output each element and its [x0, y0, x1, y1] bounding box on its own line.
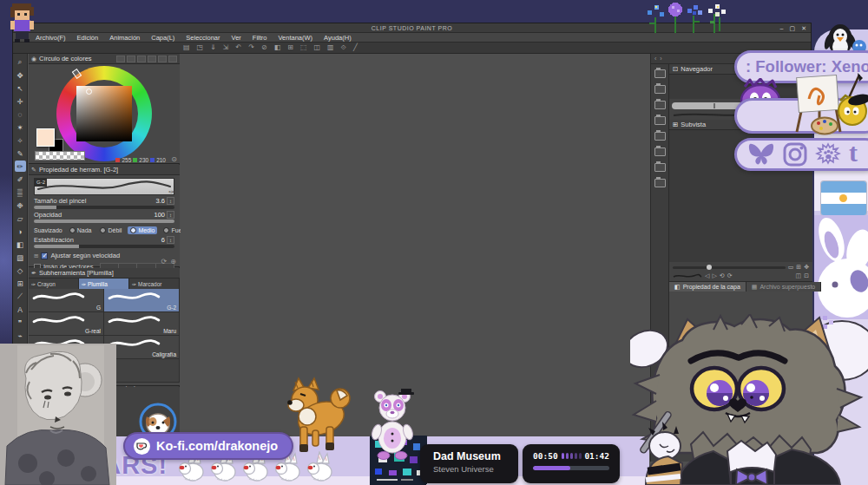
scroll-left-icon[interactable]: ‹ [654, 56, 656, 62]
brush-item[interactable]: Caligrafía [104, 336, 180, 359]
canvas-area[interactable] [181, 54, 650, 485]
fill-icon[interactable]: ◧ [274, 44, 281, 51]
subview-title[interactable]: Subvista [681, 121, 706, 128]
opacity-spinner[interactable]: ↕ [167, 211, 174, 219]
close-button[interactable]: ✕ [801, 25, 806, 31]
hand-tool[interactable]: ✥ [15, 69, 26, 81]
material-folder-icon[interactable] [654, 147, 666, 156]
transparent-color-chip[interactable] [35, 151, 85, 161]
subview-zoom-slider[interactable] [673, 266, 786, 269]
saturation-value-square[interactable] [76, 86, 132, 141]
move-layer-tool[interactable]: ✛ [15, 95, 26, 107]
brush-tool[interactable]: ✐ [15, 174, 26, 185]
expand-icon[interactable]: ⊞ [34, 252, 38, 259]
lasso-tool[interactable]: ◌ [15, 108, 26, 120]
brush-size-slider[interactable] [34, 206, 174, 209]
menu-item[interactable]: Archivo(F) [36, 34, 66, 42]
sv-handle[interactable] [86, 88, 92, 95]
brush-item[interactable]: Texturizada [29, 359, 104, 383]
save-icon[interactable]: ⇓ [210, 44, 216, 51]
tumblr-icon[interactable]: t [849, 140, 858, 166]
folder-next-icon[interactable]: ⊡ [804, 272, 809, 279]
maximize-button[interactable]: ▢ [790, 25, 796, 31]
menu-item[interactable]: Capa(L) [151, 34, 174, 42]
menu-item[interactable]: Seleccionar [186, 34, 220, 42]
rotate-left-icon[interactable]: ⟲ [720, 272, 725, 279]
hand2-icon[interactable]: ✥ [804, 264, 809, 271]
frame-tool[interactable]: ⊞ [15, 278, 26, 289]
balloon-tool[interactable]: ❞ [15, 317, 26, 328]
operation-tool[interactable]: ↖ [15, 82, 26, 94]
adjust-speed-checkbox[interactable] [41, 252, 48, 259]
title-bar[interactable]: CLIP STUDIO PAINT PRO –▢✕ [13, 23, 811, 33]
kofi-button[interactable]: Ko-fi.com/drakonejo [123, 432, 293, 460]
folder-pick-icon[interactable]: ◫ [796, 272, 802, 279]
snap-special-icon[interactable]: ⟐ [341, 44, 346, 51]
redo-icon[interactable]: ↷ [248, 44, 254, 51]
bluesky-icon[interactable] [747, 142, 775, 167]
fill-tool[interactable]: ◧ [15, 239, 26, 250]
blend-tool[interactable]: ◑ [15, 226, 26, 237]
menu-item[interactable]: Filtro [253, 34, 267, 42]
deselect-icon[interactable]: ⬚ [300, 44, 307, 51]
menu-item[interactable]: Ayuda(H) [324, 34, 352, 42]
main-color-indicator[interactable] [16, 344, 25, 354]
undo-icon[interactable]: ↶ [236, 44, 242, 51]
progress-bar[interactable] [533, 466, 609, 470]
export-icon[interactable]: ⇲ [223, 44, 229, 51]
menu-item[interactable]: Edición [77, 34, 99, 42]
snap-ruler-icon[interactable]: ▥ [327, 44, 334, 51]
navigator-title[interactable]: Navegador [681, 65, 713, 73]
overlay-file-tab[interactable]: ▦ Archivo superpuesto [746, 282, 821, 292]
material-folder-icon[interactable] [654, 179, 666, 187]
opacity-slider[interactable] [34, 220, 174, 223]
line-correct-tool[interactable]: ⌁ [15, 330, 26, 341]
prev-icon[interactable]: ◁ [705, 272, 709, 279]
material-folder-icon[interactable] [654, 85, 666, 94]
minimize-button[interactable]: – [780, 25, 784, 31]
open-file-icon[interactable]: ◳ [197, 44, 204, 51]
gradient-tool[interactable]: ▨ [15, 252, 26, 263]
sub-tool-tab[interactable]: ✑Crayon [29, 279, 79, 289]
delete-icon[interactable]: ⊘ [261, 44, 267, 51]
material-folder-icon[interactable] [654, 132, 666, 141]
palette-tab-icons[interactable] [116, 56, 177, 62]
primary-color-swatch[interactable] [15, 356, 25, 366]
line-icon[interactable]: ╱ [353, 44, 358, 51]
scroll-right-icon[interactable]: › [660, 56, 661, 62]
eyedropper-tool[interactable]: ✧ [15, 134, 26, 146]
color-wheel-tab[interactable]: Círculo de colores [39, 55, 91, 62]
new-file-icon[interactable]: ▤ [183, 44, 190, 51]
brush-item[interactable] [104, 359, 180, 383]
register-icon[interactable]: ✑ [168, 188, 174, 196]
color-settings-icon[interactable]: ⊙ [171, 155, 177, 163]
next-icon[interactable]: ▷ [712, 272, 716, 279]
sub-tool-tab[interactable]: ✑Marcador [129, 279, 180, 289]
add-setting-icon[interactable]: ⊕ [170, 258, 176, 265]
expand2-icon[interactable]: ⊞ [796, 264, 801, 271]
pencil-tool[interactable]: ✏ [15, 161, 26, 172]
pen-tool[interactable]: ✎ [15, 147, 26, 159]
brush-item[interactable]: G-2 [104, 289, 180, 312]
rotate-right-icon[interactable]: ⟳ [727, 272, 733, 279]
brush-size-spinner[interactable]: ↕ [167, 197, 174, 205]
material-folder-icon[interactable] [654, 69, 666, 78]
zoom-tool[interactable]: ⌕ [15, 56, 26, 68]
grid-icon[interactable]: ⊞ [287, 44, 293, 51]
figure-tool[interactable]: ◇ [15, 265, 26, 276]
brush-item[interactable]: G-real [29, 312, 104, 336]
material-folder-icon[interactable] [654, 163, 666, 172]
fit-icon[interactable]: ▭ [788, 264, 794, 271]
sub-tool-tab[interactable]: ✑Plumilla [79, 279, 129, 289]
menu-item[interactable]: Ver [232, 34, 241, 42]
stabilization-spinner[interactable]: ↕ [167, 236, 174, 244]
menu-item[interactable]: Ventana(W) [278, 34, 312, 42]
layer-property-tab[interactable]: ◧ Propiedad de la capa [669, 282, 746, 292]
text-tool[interactable]: A [15, 304, 26, 315]
eraser-tool[interactable]: ▱ [15, 213, 26, 224]
reset-icon[interactable]: ⟳ [161, 258, 168, 265]
primary-color-swatch-large[interactable] [36, 128, 55, 147]
decoration-tool[interactable]: ❉ [15, 200, 26, 211]
menu-item[interactable]: Animación [109, 34, 140, 42]
stabilization-slider[interactable] [34, 245, 174, 248]
